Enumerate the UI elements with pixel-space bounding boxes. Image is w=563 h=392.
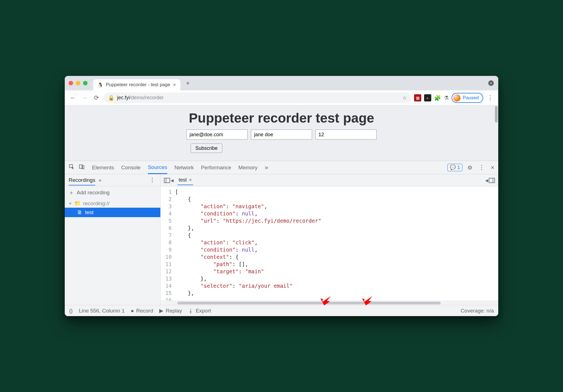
code-line: "selector": "aria/your email" xyxy=(175,282,498,289)
sidebar-panel-title[interactable]: Recordings xyxy=(69,177,95,185)
svg-rect-3 xyxy=(164,178,170,183)
minimize-window-button[interactable] xyxy=(76,81,80,85)
line-number: 13 xyxy=(161,275,175,282)
record-button[interactable]: ● Record xyxy=(131,308,153,314)
extension-icon-1[interactable]: ▦ xyxy=(414,94,421,101)
reload-button[interactable]: ⟳ xyxy=(92,94,101,101)
close-devtools-button[interactable]: × xyxy=(491,164,494,171)
sources-sidebar: Recordings » ⋮ ＋ Add recording ▼ 📁 recor… xyxy=(65,174,161,305)
line-number: 4 xyxy=(161,210,175,217)
sidebar-menu-button[interactable]: ⋮ xyxy=(148,177,156,184)
code-line: "action": "click", xyxy=(175,239,498,246)
labs-flask-icon[interactable]: ⚗ xyxy=(444,95,449,101)
new-tab-button[interactable]: + xyxy=(184,79,191,87)
format-button[interactable]: {} xyxy=(69,308,73,314)
line-number: 11 xyxy=(161,260,175,268)
toggle-navigator-button[interactable]: ◀ xyxy=(164,178,174,183)
download-icon: ⭳ xyxy=(188,308,193,314)
folder-icon: 📁 xyxy=(74,200,81,207)
devtools-body: Recordings » ⋮ ＋ Add recording ▼ 📁 recor… xyxy=(65,174,498,305)
url-text: jec.fyi/demo/recorder xyxy=(117,95,164,101)
play-icon: ▶ xyxy=(159,307,163,314)
tab-sources[interactable]: Sources xyxy=(148,164,167,174)
line-number: 10 xyxy=(161,253,175,260)
tab-favicon: 🐧 xyxy=(98,82,103,88)
code-line: "path": [], xyxy=(175,260,498,268)
export-button[interactable]: ⭳ Export xyxy=(188,308,211,314)
code-line: { xyxy=(175,195,498,203)
sources-statusbar: {} Line 556, Column 1 ● Record ▶ Replay … xyxy=(65,305,498,316)
tree-scheme-label: recording:// xyxy=(83,200,109,207)
messages-badge[interactable]: 💬 1 xyxy=(447,164,462,171)
line-number: 3 xyxy=(161,203,175,210)
address-bar[interactable]: 🔒 jec.fyi/demo/recorder ☆ xyxy=(104,93,411,103)
tree-file-row[interactable]: 🗎 test xyxy=(65,208,160,217)
browser-tab[interactable]: 🐧 Puppeteer recorder - test page × xyxy=(93,79,180,90)
code-line: "context": { xyxy=(175,253,498,260)
add-recording-label: Add recording xyxy=(77,190,109,196)
code-editor[interactable]: 1[2 {3 "action": "navigate",4 "condition… xyxy=(161,187,498,301)
replay-button[interactable]: ▶ Replay xyxy=(159,307,182,314)
name-field[interactable] xyxy=(251,130,312,140)
settings-gear-icon[interactable]: ⚙ xyxy=(467,164,472,171)
forward-button: → xyxy=(80,94,89,101)
line-number: 15 xyxy=(161,289,175,297)
close-tab-button[interactable]: × xyxy=(173,82,176,88)
page-scrollbar[interactable] xyxy=(495,106,498,160)
browser-window: 🐧 Puppeteer recorder - test page × + ▾ ←… xyxy=(65,76,498,316)
device-toggle-icon[interactable] xyxy=(79,164,85,171)
plus-icon: ＋ xyxy=(69,189,74,196)
form-row xyxy=(186,130,377,140)
sidebar-header: Recordings » ⋮ xyxy=(65,174,160,186)
tree-scheme-row[interactable]: ▼ 📁 recording:// xyxy=(65,199,160,208)
tabs-overflow-button[interactable]: » xyxy=(265,164,268,171)
recordings-tree: ▼ 📁 recording:// 🗎 test xyxy=(65,199,160,217)
close-editor-tab-button[interactable]: × xyxy=(189,177,192,183)
extensions-puzzle-icon[interactable]: 🧩 xyxy=(434,95,441,101)
maximize-window-button[interactable] xyxy=(83,81,88,85)
close-window-button[interactable] xyxy=(69,81,73,85)
code-line: { xyxy=(175,232,498,239)
code-line: }, xyxy=(175,289,498,297)
inspect-element-icon[interactable] xyxy=(69,164,75,171)
avatar xyxy=(453,94,460,101)
code-line: "url": "https://jec.fyi/demo/recorder" xyxy=(175,217,498,224)
editor-tab[interactable]: test × xyxy=(178,175,193,185)
tab-console[interactable]: Console xyxy=(121,165,141,171)
line-number: 8 xyxy=(161,239,175,246)
message-icon: 💬 xyxy=(450,165,456,170)
code-line: "target": "main" xyxy=(175,268,498,275)
line-number: 6 xyxy=(161,224,175,232)
file-icon: 🗎 xyxy=(77,209,82,215)
code-line: "action": "navigate", xyxy=(175,203,498,210)
sidebar-overflow-button[interactable]: » xyxy=(99,177,101,183)
age-field[interactable] xyxy=(315,130,377,140)
toggle-debugger-button[interactable]: ◀ xyxy=(485,178,495,183)
profile-chip[interactable]: Paused xyxy=(452,93,483,103)
editor-horizontal-scrollbar[interactable] xyxy=(161,301,498,305)
browser-toolbar: ← → ⟳ 🔒 jec.fyi/demo/recorder ☆ ▦ ▸ 🧩 ⚗ … xyxy=(65,90,498,105)
tab-network[interactable]: Network xyxy=(175,165,194,171)
svg-rect-5 xyxy=(489,178,495,183)
email-field[interactable] xyxy=(186,130,248,140)
devtools-menu-button[interactable]: ⋮ xyxy=(477,164,486,171)
line-number: 7 xyxy=(161,232,175,239)
tab-performance[interactable]: Performance xyxy=(201,165,231,171)
code-line: "condition": null, xyxy=(175,246,498,253)
tabs-dropdown-button[interactable]: ▾ xyxy=(488,80,494,86)
disclosure-triangle-icon: ▼ xyxy=(69,202,72,205)
tab-elements[interactable]: Elements xyxy=(92,165,114,171)
add-recording-button[interactable]: ＋ Add recording xyxy=(65,186,160,199)
tab-memory[interactable]: Memory xyxy=(238,165,258,171)
back-button[interactable]: ← xyxy=(69,94,78,101)
tab-title: Puppeteer recorder - test page xyxy=(106,82,170,88)
extension-icon-2[interactable]: ▸ xyxy=(424,94,431,101)
code-line: }, xyxy=(175,275,498,282)
line-number: 16 xyxy=(161,297,175,301)
export-label: Export xyxy=(196,308,211,314)
browser-menu-button[interactable]: ⋮ xyxy=(486,94,494,101)
window-titlebar: 🐧 Puppeteer recorder - test page × + ▾ xyxy=(65,76,498,90)
subscribe-button[interactable]: Subscribe xyxy=(191,143,222,153)
line-number: 5 xyxy=(161,217,175,224)
bookmark-star-icon[interactable]: ☆ xyxy=(402,95,407,101)
